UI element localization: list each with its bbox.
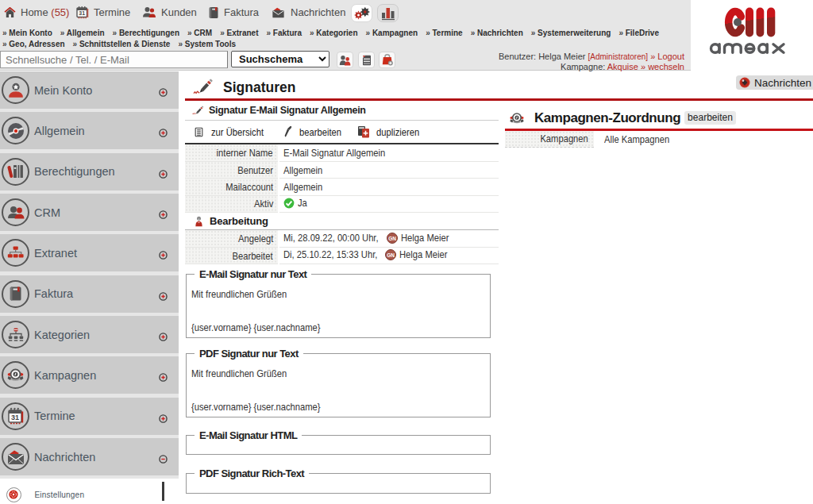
- svg-text:31: 31: [10, 414, 18, 421]
- svg-text:31: 31: [79, 10, 85, 16]
- svg-text:GN: GN: [388, 235, 396, 240]
- svg-text:GN: GN: [387, 252, 395, 258]
